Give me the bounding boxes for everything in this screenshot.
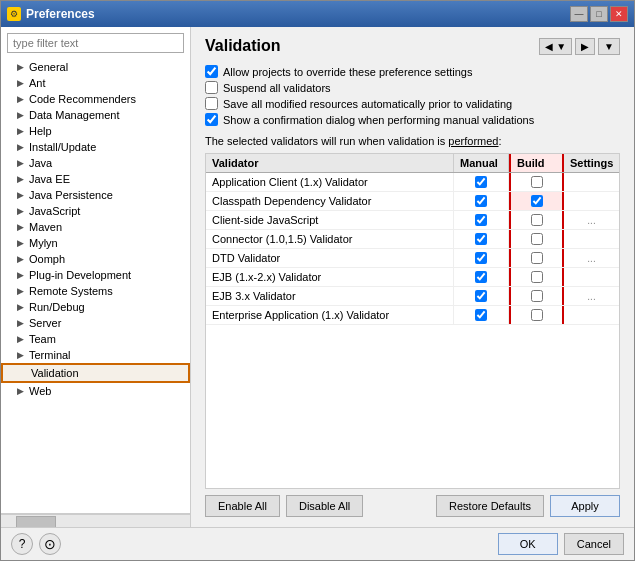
table-row: DTD Validator... [206, 249, 619, 268]
sidebar-item-maven[interactable]: ▶Maven [1, 219, 190, 235]
sidebar-item-mylyn[interactable]: ▶Mylyn [1, 235, 190, 251]
nav-menu-button[interactable]: ▼ [598, 38, 620, 55]
sidebar-item-java-persistence[interactable]: ▶Java Persistence [1, 187, 190, 203]
sidebar-item-general[interactable]: ▶General [1, 59, 190, 75]
sidebar-item-label: Team [29, 333, 56, 345]
sidebar-item-label: Java Persistence [29, 189, 113, 201]
checkbox-row-3: Show a confirmation dialog when performi… [205, 113, 620, 126]
validator-table: Validator Manual Build Settings Applicat… [205, 153, 620, 489]
sidebar-item-help[interactable]: ▶Help [1, 123, 190, 139]
tree-arrow-icon: ▶ [17, 94, 25, 104]
table-row: Application Client (1.x) Validator [206, 173, 619, 192]
nav-forward-button[interactable]: ▶ [575, 38, 595, 55]
manual-checkbox[interactable] [454, 192, 509, 210]
settings-cell: ... [564, 249, 619, 267]
maximize-button[interactable]: □ [590, 6, 608, 22]
sidebar-item-terminal[interactable]: ▶Terminal [1, 347, 190, 363]
close-button[interactable]: ✕ [610, 6, 628, 22]
tree-arrow-icon: ▶ [17, 62, 25, 72]
manual-checkbox[interactable] [454, 268, 509, 286]
sidebar-item-run/debug[interactable]: ▶Run/Debug [1, 299, 190, 315]
restore-apply-buttons: Restore Defaults Apply [436, 495, 620, 517]
build-checkbox[interactable] [509, 192, 564, 210]
sidebar-tree: ▶General▶Ant▶Code Recommenders▶Data Mana… [1, 59, 190, 513]
sidebar-hscroll[interactable] [1, 514, 190, 528]
tree-arrow-icon: ▶ [17, 78, 25, 88]
sidebar-item-label: Java EE [29, 173, 70, 185]
sidebar-item-label: Run/Debug [29, 301, 85, 313]
col-manual: Manual [454, 154, 509, 172]
tree-arrow-icon: ▶ [17, 238, 25, 248]
sidebar-item-java[interactable]: ▶Java [1, 155, 190, 171]
cancel-button[interactable]: Cancel [564, 533, 624, 555]
enable-disable-buttons: Enable All Disable All [205, 495, 363, 517]
sidebar-item-code-recommenders[interactable]: ▶Code Recommenders [1, 91, 190, 107]
title-buttons: — □ ✕ [570, 6, 628, 22]
sidebar-item-validation[interactable]: Validation [1, 363, 190, 383]
enable-all-button[interactable]: Enable All [205, 495, 280, 517]
checkbox-1[interactable] [205, 81, 218, 94]
manual-checkbox[interactable] [454, 230, 509, 248]
title-bar-left: ⚙ Preferences [7, 7, 95, 21]
ok-cancel-buttons: OK Cancel [498, 533, 624, 555]
sidebar-item-web[interactable]: ▶Web [1, 383, 190, 399]
manual-checkbox[interactable] [454, 287, 509, 305]
col-settings: Settings [564, 154, 619, 172]
nav-back-button[interactable]: ◀ ▼ [539, 38, 572, 55]
manual-checkbox[interactable] [454, 306, 509, 324]
restore-defaults-button[interactable]: Restore Defaults [436, 495, 544, 517]
build-checkbox[interactable] [509, 211, 564, 229]
tree-arrow-icon: ▶ [17, 350, 25, 360]
minimize-button[interactable]: — [570, 6, 588, 22]
tree-arrow-icon: ▶ [17, 302, 25, 312]
build-checkbox[interactable] [509, 306, 564, 324]
tree-arrow-icon: ▶ [17, 190, 25, 200]
sidebar-item-javascript[interactable]: ▶JavaScript [1, 203, 190, 219]
build-checkbox[interactable] [509, 230, 564, 248]
settings-dots-icon[interactable]: ... [587, 253, 595, 264]
checkbox-2[interactable] [205, 97, 218, 110]
sidebar-item-label: Maven [29, 221, 62, 233]
build-checkbox[interactable] [509, 287, 564, 305]
help-icon[interactable]: ? [11, 533, 33, 555]
settings-cell [564, 192, 619, 210]
sidebar-item-label: Terminal [29, 349, 71, 361]
validator-name: Enterprise Application (1.x) Validator [206, 306, 454, 324]
tree-arrow-icon: ▶ [17, 158, 25, 168]
sidebar-item-team[interactable]: ▶Team [1, 331, 190, 347]
panel-header: Validation ◀ ▼ ▶ ▼ [205, 37, 620, 55]
checkbox-row-0: Allow projects to override these prefere… [205, 65, 620, 78]
build-checkbox[interactable] [509, 268, 564, 286]
description-text: The selected validators will run when va… [205, 135, 620, 147]
checkbox-label-1: Suspend all validators [223, 82, 331, 94]
checkbox-0[interactable] [205, 65, 218, 78]
footer-icons: ? ⊙ [11, 533, 61, 555]
sidebar-item-install/update[interactable]: ▶Install/Update [1, 139, 190, 155]
filter-input[interactable] [7, 33, 184, 53]
settings-dots-icon[interactable]: ... [587, 215, 595, 226]
sidebar-item-plug-in-development[interactable]: ▶Plug-in Development [1, 267, 190, 283]
apply-button[interactable]: Apply [550, 495, 620, 517]
build-checkbox[interactable] [509, 173, 564, 191]
manual-checkbox[interactable] [454, 211, 509, 229]
tree-arrow-icon: ▶ [17, 386, 25, 396]
build-checkbox[interactable] [509, 249, 564, 267]
sidebar-item-oomph[interactable]: ▶Oomph [1, 251, 190, 267]
manual-checkbox[interactable] [454, 173, 509, 191]
info-icon[interactable]: ⊙ [39, 533, 61, 555]
sidebar-item-java-ee[interactable]: ▶Java EE [1, 171, 190, 187]
sidebar-item-server[interactable]: ▶Server [1, 315, 190, 331]
sidebar-item-ant[interactable]: ▶Ant [1, 75, 190, 91]
validator-name: Connector (1.0,1.5) Validator [206, 230, 454, 248]
tree-arrow-icon: ▶ [17, 110, 25, 120]
checkbox-3[interactable] [205, 113, 218, 126]
disable-all-button[interactable]: Disable All [286, 495, 363, 517]
sidebar-item-remote-systems[interactable]: ▶Remote Systems [1, 283, 190, 299]
ok-button[interactable]: OK [498, 533, 558, 555]
manual-checkbox[interactable] [454, 249, 509, 267]
performed-text: performed [448, 135, 498, 147]
settings-dots-icon[interactable]: ... [587, 291, 595, 302]
settings-cell [564, 306, 619, 324]
sidebar-item-label: Remote Systems [29, 285, 113, 297]
sidebar-item-data-management[interactable]: ▶Data Management [1, 107, 190, 123]
